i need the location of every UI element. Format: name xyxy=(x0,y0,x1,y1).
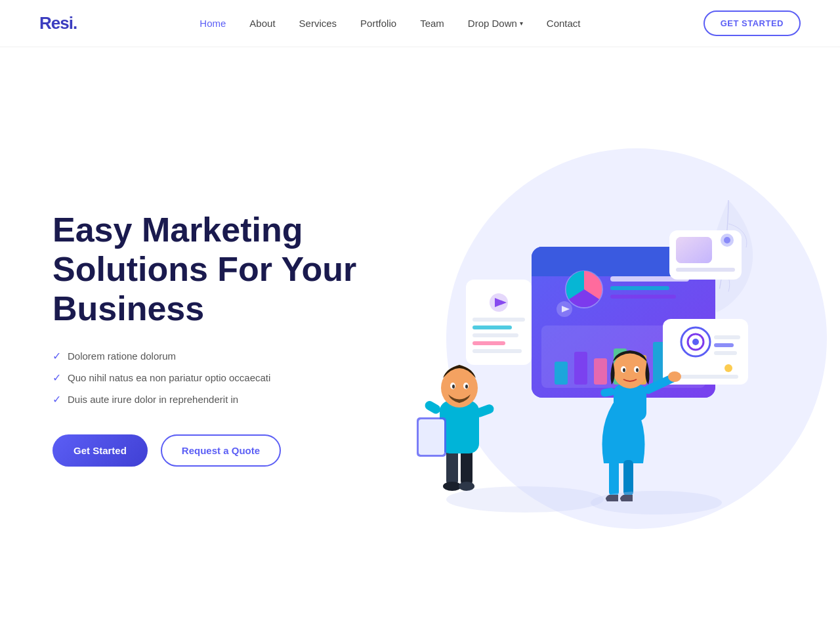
hero-title: Easy Marketing Solutions For Your Busine… xyxy=(52,211,381,328)
svg-rect-6 xyxy=(610,286,669,290)
nav-link-services[interactable]: Services xyxy=(299,18,337,29)
svg-point-44 xyxy=(459,482,474,491)
hero-illustration xyxy=(381,142,788,536)
checklist-item-1: ✓ Dolorem ratione dolorum xyxy=(52,350,381,362)
nav-item-team[interactable]: Team xyxy=(420,18,444,30)
hero-content: Easy Marketing Solutions For Your Busine… xyxy=(52,211,381,466)
nav-item-about[interactable]: About xyxy=(249,18,275,30)
svg-rect-11 xyxy=(594,358,607,385)
logo[interactable]: Resi. xyxy=(39,13,77,33)
nav-item-contact[interactable]: Contact xyxy=(547,18,581,30)
check-icon-1: ✓ xyxy=(52,350,61,362)
nav-item-home[interactable]: Home xyxy=(200,18,226,30)
dropdown-label: Drop Down xyxy=(468,18,517,29)
hero-buttons: Get Started Request a Quote xyxy=(52,434,381,467)
nav-link-about[interactable]: About xyxy=(249,18,275,29)
svg-point-43 xyxy=(443,482,461,491)
svg-rect-46 xyxy=(423,400,442,416)
checklist-text-1: Dolorem ratione dolorum xyxy=(68,350,176,362)
svg-rect-29 xyxy=(472,333,518,337)
nav-link-dropdown[interactable]: Drop Down ▾ xyxy=(468,18,523,29)
svg-rect-21 xyxy=(676,268,735,272)
checklist-item-2: ✓ Quo nihil natus ea non pariatur optio … xyxy=(52,371,381,384)
nav-cta-button[interactable]: GET STARTED xyxy=(704,10,801,36)
chevron-down-icon: ▾ xyxy=(520,20,523,27)
svg-point-67 xyxy=(591,491,722,514)
svg-point-35 xyxy=(692,339,699,345)
svg-rect-31 xyxy=(472,349,522,353)
svg-rect-30 xyxy=(472,341,505,345)
check-icon-3: ✓ xyxy=(52,393,61,406)
get-started-button[interactable]: Get Started xyxy=(52,434,148,467)
checklist-item-3: ✓ Duis aute irure dolor in reprehenderit… xyxy=(52,393,381,406)
nav-link-home[interactable]: Home xyxy=(200,18,226,29)
svg-rect-28 xyxy=(472,326,512,329)
svg-rect-27 xyxy=(472,318,525,322)
svg-rect-54 xyxy=(419,419,444,455)
svg-point-52 xyxy=(465,385,468,388)
svg-rect-40 xyxy=(673,375,738,379)
svg-rect-57 xyxy=(614,385,646,421)
nav-links: Home About Services Portfolio Team Drop … xyxy=(200,18,580,30)
hero-checklist: ✓ Dolorem ratione dolorum ✓ Quo nihil na… xyxy=(52,350,381,406)
svg-rect-56 xyxy=(623,460,633,496)
nav-link-portfolio[interactable]: Portfolio xyxy=(360,18,396,29)
svg-rect-9 xyxy=(555,362,568,385)
svg-rect-55 xyxy=(609,460,619,496)
svg-rect-10 xyxy=(574,352,587,385)
svg-point-65 xyxy=(636,368,639,372)
hero-section: Easy Marketing Solutions For Your Busine… xyxy=(0,47,840,630)
svg-point-39 xyxy=(724,364,732,372)
main-illustration xyxy=(381,155,788,522)
nav-item-services[interactable]: Services xyxy=(299,18,337,30)
nav-item-portfolio[interactable]: Portfolio xyxy=(360,18,396,30)
svg-point-60 xyxy=(668,371,681,382)
svg-point-66 xyxy=(446,486,604,513)
navbar: Resi. Home About Services Portfolio Team… xyxy=(0,0,840,47)
svg-rect-36 xyxy=(714,335,740,339)
svg-point-51 xyxy=(452,385,455,388)
svg-rect-38 xyxy=(714,351,737,355)
nav-link-team[interactable]: Team xyxy=(420,18,444,29)
check-icon-2: ✓ xyxy=(52,371,61,384)
svg-point-23 xyxy=(724,237,730,243)
checklist-text-3: Duis aute irure dolor in reprehenderit i… xyxy=(68,394,238,405)
svg-rect-7 xyxy=(610,295,676,299)
nav-item-dropdown[interactable]: Drop Down ▾ xyxy=(468,18,523,29)
checklist-text-2: Quo nihil natus ea non pariatur optio oc… xyxy=(68,372,270,383)
svg-rect-20 xyxy=(676,237,712,263)
svg-point-64 xyxy=(623,368,625,372)
svg-rect-37 xyxy=(714,343,734,347)
request-quote-button[interactable]: Request a Quote xyxy=(161,434,281,467)
nav-link-contact[interactable]: Contact xyxy=(547,18,581,29)
